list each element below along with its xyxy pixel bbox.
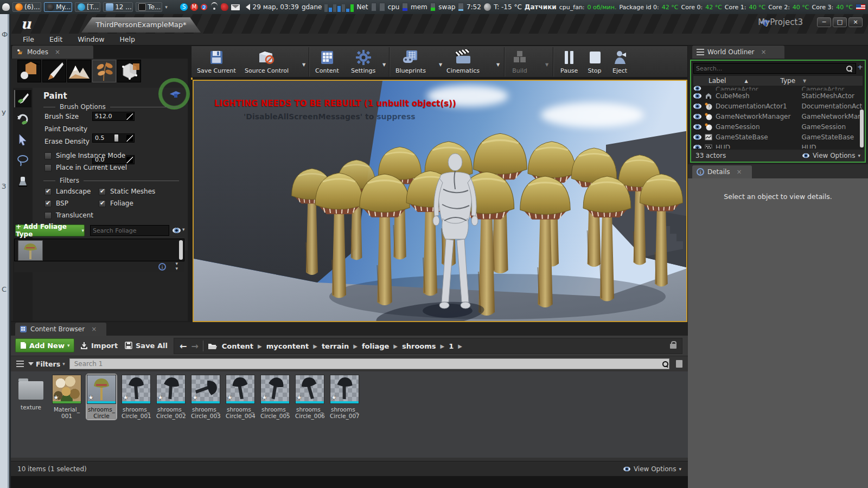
asset-shrooms-circle-003[interactable]: ★ shrooms_ Circle_003: [191, 375, 220, 419]
breadcrumb-terrain[interactable]: terrain: [322, 342, 349, 350]
sort-ascending-icon[interactable]: ▲: [744, 79, 748, 84]
volume-icon[interactable]: [242, 4, 250, 10]
breadcrumb-1[interactable]: 1: [449, 342, 454, 350]
cinematics-button[interactable]: Cinematics: [445, 48, 481, 75]
save-all-button[interactable]: Save All: [125, 338, 168, 352]
table-row[interactable]: GameSession GameSession: [693, 121, 863, 132]
skype-icon[interactable]: S: [180, 3, 188, 11]
table-row[interactable]: CubeMesh StaticMeshActor: [693, 91, 863, 101]
visibility-eye-icon[interactable]: [693, 104, 701, 109]
source-control-button[interactable]: Source Control: [244, 48, 290, 75]
taskbar-firefox[interactable]: (6)...: [12, 2, 41, 12]
checkbox[interactable]: [99, 200, 106, 207]
asset-shrooms-circle-002[interactable]: ★ shrooms_ Circle_002: [156, 375, 186, 419]
info-icon[interactable]: i: [158, 263, 166, 271]
import-button[interactable]: Import: [80, 338, 118, 352]
scrollbar[interactable]: [860, 110, 864, 147]
close-icon[interactable]: ×: [55, 48, 60, 56]
app-menu-icon[interactable]: [2, 3, 10, 11]
type-filter-icon[interactable]: ▼: [803, 79, 806, 84]
world-outliner-tab[interactable]: World Outliner ×: [692, 46, 784, 59]
table-row-partial[interactable]: CameraActor CameraActor: [693, 86, 863, 91]
level-viewport[interactable]: LIGHTING NEEDS TO BE REBUILT (1 unbuilt …: [193, 80, 687, 322]
add-foliage-type-button[interactable]: + Add Foliage Type▾: [15, 224, 85, 236]
asset-shrooms-circle-005[interactable]: ★ shrooms_ Circle_005: [260, 375, 290, 419]
drag-handle-icon[interactable]: [126, 135, 133, 142]
checkbox[interactable]: [99, 188, 106, 195]
table-row[interactable]: HUD HUD: [693, 142, 863, 149]
visibility-eye-icon[interactable]: [694, 86, 701, 91]
asset-shrooms-circle-004[interactable]: ★ shrooms_ Circle_004: [226, 375, 255, 419]
brush-size-field[interactable]: 512.0: [92, 112, 135, 121]
visibility-eye-icon[interactable]: [693, 134, 701, 140]
menu-file[interactable]: File: [17, 34, 40, 45]
table-row[interactable]: GameNetworkManager GameNetworkManager: [693, 111, 863, 121]
slider-knob[interactable]: [114, 134, 118, 142]
checkbox[interactable]: [44, 152, 52, 159]
visibility-eye-icon[interactable]: [693, 114, 701, 119]
place-in-level-option[interactable]: Place in Current Level: [44, 164, 127, 171]
mode-paint[interactable]: [42, 60, 66, 82]
visibility-filter-icon[interactable]: [173, 228, 181, 233]
asset-search-input[interactable]: [69, 358, 669, 369]
breadcrumb-shrooms[interactable]: shrooms: [402, 342, 436, 350]
breadcrumb-mycontent[interactable]: mycontent: [266, 342, 309, 350]
taskbar-terminal[interactable]: Te...: [136, 2, 162, 12]
modes-tab[interactable]: Modes ×: [12, 46, 93, 59]
checkbox[interactable]: [44, 164, 52, 171]
view-list-icon[interactable]: [16, 361, 24, 367]
search-foliage-input[interactable]: [90, 225, 169, 236]
paint-density-field[interactable]: 0.5: [92, 133, 135, 143]
minimize-button[interactable]: ─: [817, 17, 831, 27]
close-icon[interactable]: ×: [761, 48, 767, 56]
table-row[interactable]: ? DocumentationActor1 DocumentationActor: [693, 101, 863, 111]
visibility-eye-icon[interactable]: [693, 124, 701, 130]
drag-handle-icon[interactable]: [126, 113, 133, 120]
filters-button[interactable]: Filters ▾: [28, 360, 65, 368]
tool-select[interactable]: [14, 131, 31, 149]
checkbox[interactable]: [44, 212, 52, 219]
settings-button[interactable]: Settings: [350, 48, 376, 75]
close-icon[interactable]: ×: [737, 168, 742, 176]
view-options-button[interactable]: View Options ▾: [623, 465, 681, 473]
tool-paint[interactable]: [14, 90, 31, 107]
chevron-down-icon[interactable]: ▼: [496, 62, 500, 67]
save-current-button[interactable]: Save Current: [196, 48, 237, 75]
filter-static-meshes[interactable]: Static Meshes: [99, 188, 155, 195]
keyboard-layout-flag[interactable]: [856, 4, 866, 10]
filter-landscape[interactable]: Landscape: [44, 188, 91, 195]
checkbox[interactable]: [44, 200, 52, 207]
single-instance-option[interactable]: Single Instance Mode: [44, 152, 125, 159]
add-filter-icon[interactable]: +: [857, 63, 863, 71]
breadcrumb-content[interactable]: Content: [222, 342, 253, 350]
visibility-eye-icon[interactable]: [693, 145, 701, 149]
mail-icon[interactable]: [231, 4, 239, 10]
filter-bsp[interactable]: BSP: [44, 200, 68, 207]
mode-place[interactable]: [17, 60, 41, 82]
filter-foliage[interactable]: Foliage: [99, 200, 133, 207]
asset-shrooms-circle-001[interactable]: ★ shrooms_ Circle_001: [122, 375, 151, 419]
mode-landscape[interactable]: [67, 60, 91, 82]
asset-shrooms-circle-007[interactable]: ★ shrooms_ Circle_007: [330, 375, 359, 419]
taskbar-files[interactable]: 12 ...: [103, 2, 133, 12]
gmail-icon[interactable]: M: [190, 3, 198, 11]
close-button[interactable]: ×: [848, 17, 863, 27]
back-button[interactable]: [180, 341, 187, 351]
stop-button[interactable]: Stop: [586, 48, 603, 75]
maximize-button[interactable]: □: [833, 17, 847, 27]
menu-edit[interactable]: Edit: [44, 34, 68, 45]
content-browser-tab[interactable]: Content Browser ×: [15, 323, 106, 336]
type-column-header[interactable]: Type: [781, 77, 796, 85]
asset-shrooms-circle-006[interactable]: ★ shrooms_ Circle_006: [295, 375, 324, 419]
visibility-eye-icon[interactable]: [693, 93, 701, 99]
tray-app-icon[interactable]: [221, 3, 228, 11]
view-options-button[interactable]: View Options ▾: [802, 152, 860, 159]
taskbar-telegram[interactable]: [T...: [75, 2, 100, 12]
pause-button[interactable]: Pause: [559, 48, 579, 75]
map-tab[interactable]: ThirdPersonExampleMap*: [81, 17, 201, 33]
blueprints-button[interactable]: Blueprints: [394, 48, 427, 75]
asset-material[interactable]: ★ Material_ 001: [52, 375, 81, 419]
wifi-icon[interactable]: [210, 4, 218, 10]
forward-button[interactable]: [191, 341, 198, 351]
checkbox[interactable]: [44, 188, 52, 195]
